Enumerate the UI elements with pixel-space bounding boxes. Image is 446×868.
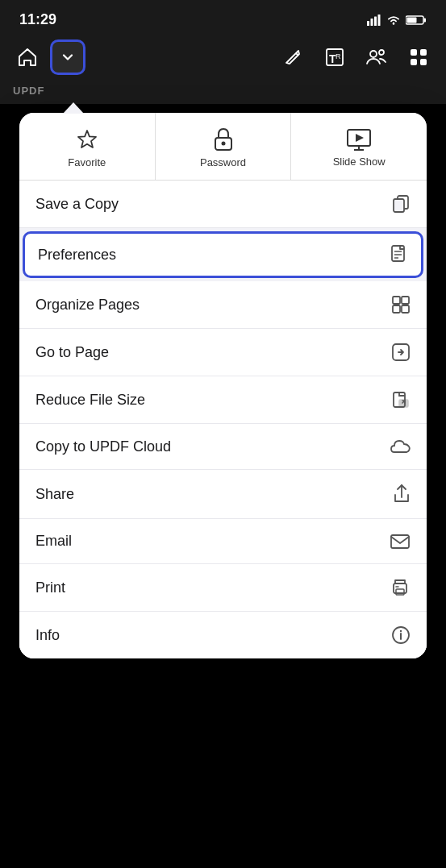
- top-actions: Favorite Password Slide Sho: [19, 113, 427, 181]
- wifi-icon: [386, 15, 401, 26]
- email-item[interactable]: Email: [19, 519, 427, 564]
- svg-rect-17: [420, 59, 427, 65]
- share-item[interactable]: Share: [19, 470, 427, 519]
- svg-point-13: [379, 50, 384, 55]
- share-collab-button[interactable]: [362, 43, 391, 72]
- svg-rect-33: [402, 305, 409, 313]
- copy-updf-cloud-label: Copy to UPDF Cloud: [35, 438, 171, 455]
- share-icon: [393, 484, 411, 505]
- nav-left: [13, 39, 85, 75]
- svg-rect-30: [393, 297, 400, 304]
- organize-pages-item[interactable]: Organize Pages: [19, 281, 427, 329]
- print-item[interactable]: Print: [19, 564, 427, 612]
- dropdown-menu: Favorite Password Slide Sho: [19, 113, 427, 658]
- dropdown-arrow: [63, 102, 84, 114]
- svg-rect-3: [378, 15, 381, 26]
- status-bar: 11:29: [0, 0, 446, 35]
- status-icons: [367, 15, 427, 26]
- favorite-label: Favorite: [68, 156, 106, 168]
- info-label: Info: [35, 627, 60, 644]
- svg-rect-2: [374, 16, 377, 26]
- svg-text:R: R: [336, 52, 341, 60]
- slideshow-action[interactable]: Slide Show: [291, 113, 427, 180]
- nav-bar: T R: [0, 35, 446, 80]
- print-label: Print: [35, 579, 65, 596]
- svg-point-43: [400, 630, 402, 632]
- copy-icon: [391, 194, 411, 214]
- go-to-page-label: Go to Page: [35, 344, 109, 361]
- arrow-right-icon: [391, 343, 411, 362]
- slideshow-label: Slide Show: [333, 156, 386, 168]
- preferences-icon: [390, 245, 408, 264]
- cloud-icon: [390, 438, 411, 455]
- svg-rect-7: [407, 17, 417, 23]
- status-time: 11:29: [19, 11, 56, 28]
- reduce-file-size-item[interactable]: Reduce File Size: [19, 376, 427, 424]
- svg-rect-31: [402, 297, 409, 304]
- save-copy-label: Save a Copy: [35, 196, 119, 213]
- reduce-file-size-label: Reduce File Size: [35, 392, 145, 409]
- svg-rect-0: [367, 21, 369, 26]
- email-icon: [390, 534, 411, 550]
- email-label: Email: [35, 533, 72, 550]
- apps-button[interactable]: [404, 43, 433, 72]
- slideshow-icon: [346, 128, 372, 151]
- svg-point-12: [370, 51, 377, 57]
- text-button[interactable]: T R: [320, 43, 349, 72]
- share-label: Share: [35, 486, 74, 503]
- svg-rect-6: [424, 18, 427, 22]
- svg-rect-37: [391, 535, 409, 548]
- favorite-action[interactable]: Favorite: [19, 113, 156, 180]
- go-to-page-item[interactable]: Go to Page: [19, 329, 427, 376]
- svg-rect-32: [393, 305, 400, 313]
- svg-rect-39: [396, 589, 404, 595]
- organize-pages-label: Organize Pages: [35, 297, 140, 314]
- print-icon: [390, 578, 411, 597]
- preferences-item[interactable]: Preferences: [23, 231, 423, 278]
- password-label: Password: [200, 156, 246, 168]
- dropdown-button[interactable]: [50, 39, 85, 75]
- svg-rect-15: [420, 49, 427, 56]
- preferences-label: Preferences: [38, 247, 116, 264]
- svg-marker-23: [356, 134, 364, 142]
- star-icon: [75, 127, 99, 152]
- svg-rect-14: [411, 49, 417, 56]
- svg-rect-1: [371, 19, 373, 26]
- copy-updf-cloud-item[interactable]: Copy to UPDF Cloud: [19, 424, 427, 470]
- save-copy-item[interactable]: Save a Copy: [19, 181, 427, 228]
- info-item[interactable]: Info: [19, 612, 427, 658]
- svg-rect-16: [411, 59, 417, 65]
- svg-point-19: [221, 142, 225, 146]
- home-button[interactable]: [13, 43, 42, 72]
- password-action[interactable]: Password: [156, 113, 292, 180]
- edit-button[interactable]: [278, 43, 307, 72]
- app-label-bar: UPDF: [0, 80, 446, 104]
- app-label: UPDF: [13, 85, 44, 97]
- svg-rect-26: [392, 246, 404, 261]
- battery-icon: [406, 15, 427, 26]
- compress-icon: [391, 390, 411, 409]
- svg-point-4: [393, 23, 395, 25]
- info-icon: [391, 625, 411, 645]
- menu-list: Save a Copy Preferences: [19, 181, 427, 658]
- grid-icon: [391, 295, 411, 314]
- signal-icon: [367, 15, 381, 26]
- nav-right: T R: [278, 43, 433, 72]
- svg-line-8: [286, 63, 290, 64]
- lock-icon: [212, 127, 235, 152]
- svg-rect-25: [394, 199, 404, 212]
